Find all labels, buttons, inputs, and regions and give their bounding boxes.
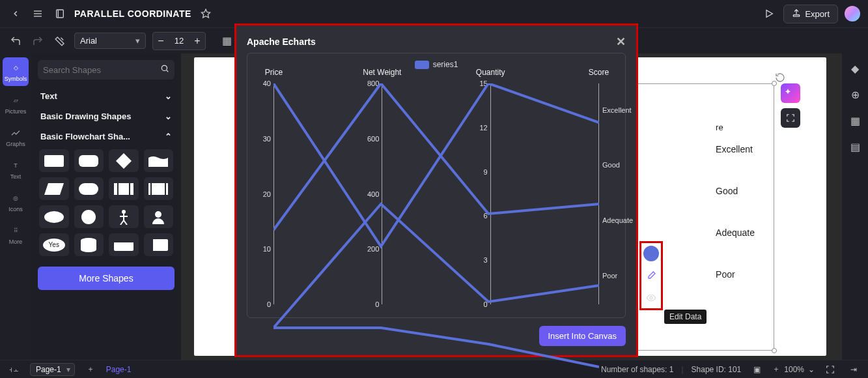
chart-legend: series1 xyxy=(260,60,612,69)
rotate-handle-icon[interactable] xyxy=(775,72,785,83)
edit-data-tooltip: Edit Data xyxy=(664,310,707,324)
note-icon[interactable]: ▤ xyxy=(848,139,862,154)
rail-pictures[interactable]: ▱Pictures xyxy=(3,90,29,119)
chevron-down-icon: ⌄ xyxy=(165,111,172,121)
preview-header: re xyxy=(716,123,755,132)
pictures-icon: ▱ xyxy=(9,94,22,107)
zoom-plus-icon[interactable]: ＋ xyxy=(772,364,780,375)
left-rail: ◇Symbols ▱Pictures Graphs TText ◎Icons ⠿… xyxy=(0,53,31,360)
shape-wave[interactable] xyxy=(144,149,174,172)
format-painter-icon[interactable] xyxy=(52,33,68,49)
section-basic-flowchart[interactable]: Basic Flowchart Sha...⌃ xyxy=(38,126,175,147)
view-button[interactable] xyxy=(643,290,659,306)
chart-side-tools xyxy=(639,241,663,310)
align-icon[interactable]: ▦ xyxy=(219,33,234,49)
play-icon[interactable] xyxy=(761,6,777,22)
preview-label: Good xyxy=(716,186,755,196)
add-panel-icon[interactable]: ⊕ xyxy=(848,87,862,102)
search-shapes[interactable] xyxy=(38,60,175,80)
axis-tick: 40 xyxy=(247,80,271,87)
shape-pill[interactable] xyxy=(74,177,104,200)
series-color-button[interactable] xyxy=(643,246,659,261)
axis-tick: 0 xyxy=(247,300,271,308)
font-size-input[interactable] xyxy=(169,36,189,46)
page-select[interactable]: Page-1 xyxy=(30,363,75,376)
shape-yes[interactable]: Yes xyxy=(39,233,69,256)
shape-diamond[interactable] xyxy=(109,149,139,172)
shape-cylinder[interactable] xyxy=(74,233,104,256)
shape-barred[interactable] xyxy=(109,177,139,200)
user-avatar[interactable] xyxy=(845,6,860,22)
rail-symbols[interactable]: ◇Symbols xyxy=(3,57,29,86)
rail-label: Icons xyxy=(8,206,23,212)
edit-data-button[interactable] xyxy=(643,268,659,284)
chevron-down-icon[interactable]: ⌄ xyxy=(808,365,815,374)
axis-tick: 20 xyxy=(247,190,271,198)
axis-tick: Poor xyxy=(602,272,641,280)
more-shapes-button[interactable]: More Shapes xyxy=(38,267,175,290)
back-icon[interactable] xyxy=(8,6,23,22)
rail-more[interactable]: ⠿More xyxy=(3,220,29,249)
svg-rect-10 xyxy=(44,155,64,167)
shape-rect[interactable] xyxy=(39,149,69,172)
close-icon[interactable]: ✕ xyxy=(616,35,626,49)
pages-icon[interactable]: ⫞⫠ xyxy=(7,362,22,377)
add-page-icon[interactable]: ＋ xyxy=(83,362,98,377)
redo-icon[interactable] xyxy=(30,33,46,49)
svg-marker-6 xyxy=(766,10,772,18)
shape-barred2[interactable] xyxy=(144,177,174,200)
style-icon[interactable]: ◆ xyxy=(848,61,862,76)
shape-id: Shape ID: 101 xyxy=(692,365,742,374)
grid-icon[interactable]: ▦ xyxy=(848,113,862,128)
zoom-controls: ＋ 100% ⌄ xyxy=(772,364,815,375)
hamburger-icon[interactable] xyxy=(30,6,46,22)
svg-rect-7 xyxy=(794,14,800,16)
svg-point-8 xyxy=(161,65,167,70)
axis-title: Quantity xyxy=(476,68,505,77)
section-title: Basic Flowchart Sha... xyxy=(40,132,130,141)
shape-circle[interactable] xyxy=(74,205,104,228)
page-select-value: Page-1 xyxy=(36,365,61,374)
star-icon[interactable] xyxy=(198,6,214,22)
chart-preview: series1 Price 40 30 20 10 0 Net Weight xyxy=(247,53,626,318)
fit-icon[interactable]: ▣ xyxy=(749,362,764,377)
section-text[interactable]: Text⌄ xyxy=(38,86,175,106)
svg-point-23 xyxy=(122,210,126,214)
svg-marker-5 xyxy=(201,9,210,18)
legend-label: series1 xyxy=(433,60,458,69)
shape-parallelogram[interactable] xyxy=(39,177,69,200)
shape-ellipse[interactable] xyxy=(39,205,69,228)
rail-label: Graphs xyxy=(6,141,25,147)
shape-card[interactable] xyxy=(109,233,139,256)
focus-button[interactable] xyxy=(781,108,800,128)
svg-rect-15 xyxy=(114,183,133,195)
font-size-increase[interactable]: + xyxy=(189,33,205,50)
chevron-up-icon: ⌃ xyxy=(165,132,172,141)
font-family-select[interactable]: Arial xyxy=(74,33,146,49)
shape-rounded-rect[interactable] xyxy=(74,149,104,172)
graphs-icon xyxy=(9,126,22,139)
search-input[interactable] xyxy=(43,65,156,75)
collapse-right-icon[interactable]: ⇥ xyxy=(846,362,861,377)
document-icon[interactable] xyxy=(52,6,68,22)
axis-title: Net Weight xyxy=(363,68,401,77)
rail-label: Text xyxy=(10,173,21,180)
rail-label: Symbols xyxy=(5,76,27,82)
ai-button[interactable] xyxy=(781,83,800,103)
rail-icons[interactable]: ◎Icons xyxy=(3,188,29,216)
shape-card2[interactable] xyxy=(144,233,174,256)
section-basic-drawing[interactable]: Basic Drawing Shapes⌄ xyxy=(38,106,175,126)
preview-label: Excellent xyxy=(716,144,755,154)
axis-tick: 10 xyxy=(247,245,271,253)
fullscreen-icon[interactable] xyxy=(822,362,838,377)
echarts-modal: Apache Echarts ✕ series1 Price 40 30 20 … xyxy=(236,25,636,355)
rail-graphs[interactable]: Graphs xyxy=(3,123,29,151)
page-tab[interactable]: Page-1 xyxy=(106,365,132,374)
shape-yes-label: Yes xyxy=(49,241,59,248)
shape-person[interactable] xyxy=(109,205,139,228)
shape-user[interactable] xyxy=(144,205,174,228)
rail-text[interactable]: TText xyxy=(3,155,29,184)
undo-icon[interactable] xyxy=(8,33,23,49)
export-button[interactable]: Export xyxy=(783,5,838,23)
font-size-decrease[interactable]: − xyxy=(153,33,169,50)
